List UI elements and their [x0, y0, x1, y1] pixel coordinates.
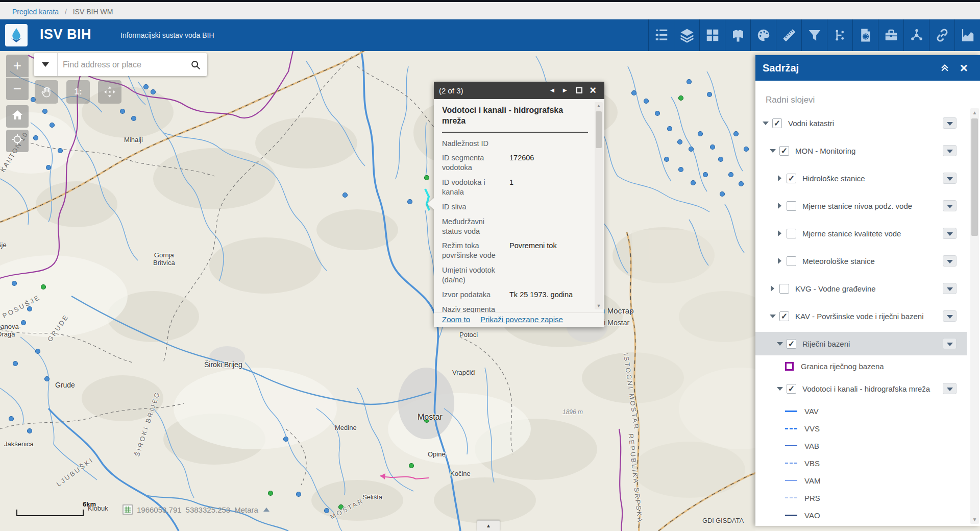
pan-tool-button[interactable] [35, 80, 58, 104]
toolbox-button[interactable] [878, 19, 903, 51]
layer-label[interactable]: KAV - Površinske vode i riječni bazeni [795, 312, 924, 321]
zoom-out-button[interactable]: − [6, 78, 29, 100]
relationship-branch-icon [832, 28, 848, 43]
layer-label[interactable]: VAM [804, 476, 820, 485]
layer-visibility-checkbox[interactable]: ✓ [772, 118, 782, 128]
measure-ruler-button[interactable] [776, 19, 801, 51]
layer-options-dropdown[interactable] [943, 338, 957, 349]
layer-options-dropdown[interactable] [943, 117, 957, 129]
filter-button[interactable] [801, 19, 827, 51]
expand-arrow-icon[interactable] [777, 203, 783, 209]
full-extent-button[interactable] [98, 80, 121, 104]
panel-close-button[interactable]: × [955, 61, 973, 75]
expand-arrow-icon[interactable] [770, 285, 776, 292]
relationship-branch-button[interactable] [827, 19, 852, 51]
collapse-arrow-icon[interactable] [777, 385, 783, 392]
popup-zoom-to-link[interactable]: Zoom to [442, 315, 470, 324]
field-value [504, 217, 588, 236]
layer-label[interactable]: VAB [804, 442, 819, 450]
layer-options-dropdown[interactable] [943, 383, 957, 394]
layer-options-dropdown[interactable] [943, 283, 957, 294]
layer-visibility-checkbox[interactable]: ✓ [787, 174, 796, 183]
zoom-in-button[interactable]: + [6, 55, 29, 77]
report-document-button[interactable] [852, 19, 878, 51]
layer-options-dropdown[interactable] [943, 228, 957, 239]
chart-icon [960, 28, 975, 43]
bookmark-button[interactable] [725, 19, 750, 51]
layer-options-dropdown[interactable] [943, 310, 957, 322]
layer-visibility-checkbox[interactable]: ✓ [787, 339, 796, 349]
layer-label[interactable]: VAV [804, 407, 819, 416]
attribute-table-expander[interactable]: ▲ [477, 520, 500, 531]
field-label: Međudržavni status voda [442, 217, 504, 236]
expand-arrow-icon[interactable] [777, 175, 783, 181]
geoprocessing-nodes-button[interactable] [903, 19, 929, 51]
layer-label[interactable]: Mjerne stanice kvalitete vode [802, 229, 901, 238]
layer-label[interactable]: PRS [804, 494, 820, 502]
layer-label[interactable]: Hidrološke stanice [802, 174, 865, 183]
layer-visibility-checkbox[interactable]: ✓ [779, 311, 789, 321]
layer-label[interactable]: Mjerne stanice nivoa podz. vode [802, 202, 912, 210]
popup-header[interactable]: (2 of 3) ◄ ► × [434, 82, 604, 99]
popup-field-row: Naziv segmenta [442, 305, 588, 312]
filter-icon [807, 28, 822, 43]
search-source-dropdown[interactable] [34, 53, 58, 76]
search-input[interactable] [58, 53, 183, 76]
layer-label[interactable]: Vodotoci i kanali - hidrografska mreža [802, 384, 930, 393]
scroll-up-icon[interactable]: ▲ [970, 110, 979, 115]
layer-options-dropdown[interactable] [943, 145, 957, 156]
panel-collapse-button[interactable] [935, 62, 955, 74]
my-location-button[interactable] [6, 130, 29, 152]
scrollbar-thumb[interactable] [596, 111, 602, 148]
layer-label[interactable]: VAO [804, 511, 820, 520]
expand-arrow-icon[interactable] [777, 230, 783, 236]
breadcrumb-link-pregled-karata[interactable]: Pregled karata [12, 8, 59, 16]
layer-label[interactable]: Riječni bazeni [802, 340, 850, 348]
layer-visibility-checkbox[interactable] [779, 284, 789, 294]
popup-prev-button[interactable]: ◄ [546, 82, 558, 99]
layer-options-dropdown[interactable] [943, 200, 957, 211]
popup-close-button[interactable]: × [586, 83, 599, 98]
expand-arrow-icon[interactable] [777, 258, 783, 264]
collapse-arrow-icon[interactable] [770, 148, 776, 154]
layer-label[interactable]: Granica riječnog bazena [801, 362, 884, 371]
layer-visibility-checkbox[interactable] [787, 201, 796, 211]
scroll-down-icon[interactable]: ▼ [595, 303, 603, 308]
layer-label[interactable]: Meteorološke stanice [802, 257, 875, 266]
scroll-up-icon[interactable]: ▲ [595, 103, 603, 108]
popup-scrollbar[interactable]: ▲ ▼ [595, 102, 603, 309]
layer-visibility-checkbox[interactable]: ✓ [787, 384, 796, 394]
legend-button[interactable] [648, 19, 674, 51]
share-link-button[interactable] [929, 19, 954, 51]
home-extent-button[interactable] [6, 105, 29, 128]
scale-tool-button[interactable]: 1: [66, 80, 90, 104]
units-dropdown-icon[interactable] [263, 508, 270, 512]
layer-visibility-checkbox[interactable] [787, 256, 796, 266]
layer-options-dropdown[interactable] [943, 255, 957, 267]
coordinate-grid-icon[interactable] [122, 504, 133, 515]
layer-visibility-checkbox[interactable] [787, 229, 796, 238]
popup-related-records-link[interactable]: Prikaži povezane zapise [480, 315, 563, 324]
legend-item: VVS [755, 420, 967, 437]
scroll-down-icon[interactable]: ▼ [970, 517, 979, 522]
layers-button[interactable] [674, 19, 699, 51]
coordinate-units[interactable]: Metara [234, 505, 258, 514]
panel-scrollbar[interactable]: ▲ ▼ [970, 108, 979, 524]
search-button[interactable] [183, 53, 207, 76]
draw-palette-button[interactable] [750, 19, 776, 51]
layer-options-dropdown[interactable] [943, 173, 957, 184]
layer-visibility-checkbox[interactable]: ✓ [779, 146, 789, 156]
layer-label[interactable]: KVG - Vodne građevine [795, 284, 876, 293]
layer-label[interactable]: Vodni katastri [788, 119, 834, 128]
collapse-arrow-icon[interactable] [770, 313, 776, 319]
basemap-button[interactable] [699, 19, 725, 51]
collapse-arrow-icon[interactable] [777, 341, 783, 347]
collapse-arrow-icon[interactable] [763, 120, 769, 126]
chart-button[interactable] [954, 19, 980, 51]
popup-next-button[interactable]: ► [558, 82, 571, 99]
popup-maximize-button[interactable] [576, 87, 582, 93]
layer-label[interactable]: VVS [804, 424, 820, 433]
layer-label[interactable]: MON - Monitoring [795, 147, 855, 155]
layer-label[interactable]: VBS [804, 459, 820, 468]
scrollbar-thumb[interactable] [971, 118, 978, 236]
